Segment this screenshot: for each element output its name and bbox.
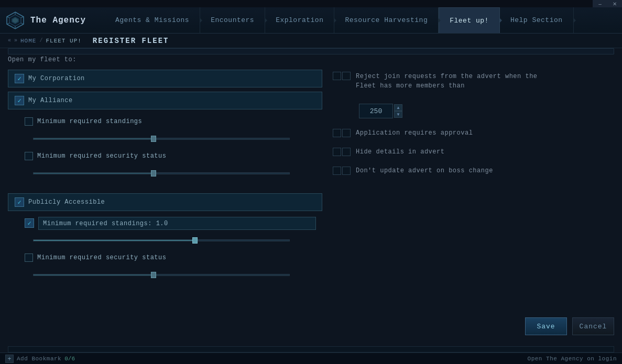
- action-buttons: Save Cancel: [525, 317, 614, 335]
- nav-bar: The Agency Agents & Missions Encounters …: [0, 7, 622, 34]
- nav-item-exploration[interactable]: Exploration: [265, 7, 334, 33]
- security2-slider-track[interactable]: [33, 274, 290, 276]
- bookmark-label: Add Bookmark: [17, 356, 61, 362]
- nav-item-agents[interactable]: Agents & Missions: [105, 7, 200, 33]
- no-update-cb-right[interactable]: [342, 167, 351, 175]
- approval-cb-right[interactable]: [342, 129, 351, 137]
- approval-label: Application requires approval: [356, 129, 473, 137]
- min-security-row: Minimum required security status: [18, 148, 322, 164]
- min-standings2-label: Minimum required standings: 1.0: [43, 220, 168, 227]
- security-slider-container: [29, 168, 322, 179]
- no-update-row: Don't update advert on boss change: [333, 167, 614, 175]
- security-slider-track[interactable]: [33, 172, 290, 174]
- reject-text: Reject join requests from the advert whe…: [356, 72, 555, 91]
- spinner-up-button[interactable]: ▲: [394, 104, 402, 111]
- approval-row: Application requires approval: [333, 129, 614, 137]
- open-on-login-link[interactable]: Open The Agency on login: [528, 356, 617, 362]
- bottom-deco-bar: [8, 346, 614, 352]
- title-bar: – ✕: [0, 0, 622, 7]
- spinner-down-button[interactable]: ▼: [394, 111, 402, 118]
- standings2-slider-container: [29, 235, 322, 246]
- alliance-label: My Alliance: [28, 97, 315, 104]
- hide-cb-right[interactable]: [342, 148, 351, 156]
- standings-slider-thumb[interactable]: [151, 136, 156, 142]
- reject-checkbox-dual[interactable]: [333, 72, 351, 80]
- breadcrumb-bar: « » HOME / FLEET UP! REGISTER FLEET: [0, 34, 622, 48]
- member-limit-input[interactable]: [359, 104, 393, 118]
- member-limit-group: ▲ ▼: [359, 104, 614, 118]
- security2-slider-fill: [34, 274, 154, 275]
- standings-slider-track[interactable]: [33, 138, 290, 140]
- add-bookmark-button[interactable]: +: [5, 355, 14, 363]
- min-security-label: Minimum required security status: [37, 152, 316, 160]
- standings-slider-fill: [34, 138, 154, 139]
- alliance-checkbox[interactable]: ✓: [15, 96, 24, 105]
- left-panel: Open my fleet to: ✓ My Corporation ✓ My …: [8, 56, 322, 338]
- corporation-row[interactable]: ✓ My Corporation: [8, 70, 322, 87]
- breadcrumb-sep1: /: [39, 38, 42, 43]
- save-button[interactable]: Save: [525, 317, 567, 335]
- no-update-checkbox-dual[interactable]: [333, 167, 351, 175]
- min-standings-label: Minimum required standings: [37, 118, 316, 125]
- corporation-label: My Corporation: [28, 75, 315, 82]
- approval-checkbox-dual[interactable]: [333, 129, 351, 137]
- reject-join-section: Reject join requests from the advert whe…: [333, 72, 614, 91]
- nav-items: Agents & Missions Encounters Exploration…: [105, 7, 622, 33]
- reject-cb-right[interactable]: [342, 72, 351, 80]
- content-divider-top: [8, 48, 614, 54]
- security2-slider-container: [29, 270, 322, 280]
- min-standings2-checkmark: ✓: [27, 219, 31, 227]
- publicly-checkbox[interactable]: ✓: [15, 197, 24, 207]
- breadcrumb-home[interactable]: HOME: [20, 38, 36, 44]
- main-content: Open my fleet to: ✓ My Corporation ✓ My …: [8, 56, 614, 338]
- close-button[interactable]: ✕: [607, 0, 622, 7]
- min-standings2-checkbox[interactable]: ✓: [25, 218, 34, 228]
- logo-text: The Agency: [30, 16, 86, 25]
- logo-icon: [5, 10, 25, 30]
- hide-details-row: Hide details in advert: [333, 148, 614, 156]
- bookmark-count: 0/6: [64, 356, 75, 362]
- min-security2-checkbox[interactable]: [25, 253, 33, 262]
- min-security2-label: Minimum required security status: [37, 254, 316, 261]
- standings2-slider-track[interactable]: [33, 239, 290, 241]
- publicly-row[interactable]: ✓ Publicly Accessible: [8, 193, 322, 211]
- min-standings2-row: ✓ Minimum required standings: 1.0: [18, 215, 322, 231]
- page-title: REGISTER FLEET: [93, 37, 169, 45]
- right-panel: Reject join requests from the advert whe…: [333, 56, 614, 338]
- min-security2-row: Minimum required security status: [18, 250, 322, 266]
- nav-item-encounters[interactable]: Encounters: [200, 7, 265, 33]
- no-update-label: Don't update advert on boss change: [356, 167, 493, 174]
- minimize-button[interactable]: –: [593, 0, 607, 7]
- nav-item-fleet[interactable]: Fleet up!: [439, 7, 500, 33]
- open-fleet-label: Open my fleet to:: [8, 56, 322, 63]
- publicly-label: Publicly Accessible: [28, 198, 315, 206]
- reject-cb-left[interactable]: [333, 72, 341, 80]
- standings2-slider-thumb[interactable]: [192, 237, 198, 244]
- alliance-checkmark: ✓: [17, 97, 21, 105]
- standings2-slider-fill: [34, 240, 194, 241]
- spinner-buttons: ▲ ▼: [394, 104, 402, 118]
- hide-checkbox-dual[interactable]: [333, 148, 351, 156]
- hide-cb-left[interactable]: [333, 148, 341, 156]
- cancel-button[interactable]: Cancel: [572, 317, 614, 335]
- hide-label: Hide details in advert: [356, 148, 444, 156]
- security-slider-fill: [34, 173, 154, 174]
- min-standings-checkbox[interactable]: [25, 117, 33, 126]
- alliance-row[interactable]: ✓ My Alliance: [8, 92, 322, 109]
- no-update-cb-left[interactable]: [333, 167, 341, 175]
- security-slider-thumb[interactable]: [151, 170, 156, 177]
- corporation-checkbox[interactable]: ✓: [15, 74, 24, 83]
- publicly-checkmark: ✓: [17, 198, 21, 206]
- approval-cb-left[interactable]: [333, 129, 341, 137]
- standings-slider-container: [29, 134, 322, 144]
- breadcrumb-fleet: FLEET UP!: [46, 38, 81, 44]
- security2-slider-thumb[interactable]: [151, 272, 156, 278]
- nav-item-resource[interactable]: Resource Harvesting: [334, 7, 439, 33]
- min-security-checkbox[interactable]: [25, 152, 33, 160]
- corporation-checkmark: ✓: [17, 75, 21, 83]
- min-standings-row: Minimum required standings: [18, 114, 322, 129]
- status-bar: + Add Bookmark 0/6 Open The Agency on lo…: [0, 352, 622, 364]
- nav-item-help[interactable]: Help Section: [500, 7, 574, 33]
- logo-area: The Agency: [0, 10, 105, 30]
- breadcrumb-nav-icon: « »: [8, 38, 17, 43]
